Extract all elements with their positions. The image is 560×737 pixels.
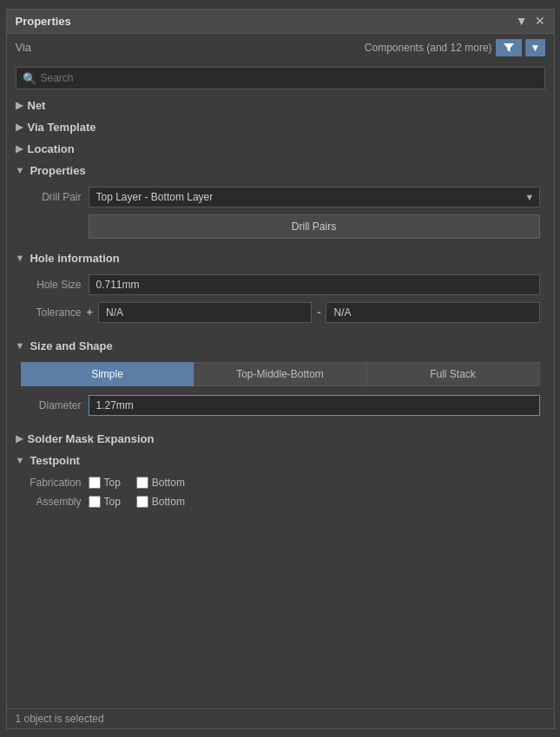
drill-pairs-btn-row: Drill Pairs bbox=[21, 214, 540, 242]
location-label: Location bbox=[28, 142, 75, 155]
solder-mask-label: Solder Mask Expansion bbox=[28, 432, 155, 445]
filter-button[interactable] bbox=[496, 39, 522, 56]
object-type-label: Via bbox=[16, 41, 32, 54]
fabrication-bottom-checkbox[interactable] bbox=[136, 477, 148, 489]
testpoint-arrow-icon: ▼ bbox=[16, 455, 25, 465]
properties-panel: Properties ▼ ✕ Via Components (and 12 mo… bbox=[6, 9, 555, 729]
fabrication-top-checkbox[interactable] bbox=[89, 477, 101, 489]
size-shape-content: Simple Top-Middle-Bottom Full Stack Diam… bbox=[7, 357, 554, 428]
tolerance-label: Tolerance bbox=[21, 306, 82, 319]
assembly-bottom-item: Bottom bbox=[136, 496, 185, 508]
assembly-top-checkbox[interactable] bbox=[89, 496, 101, 508]
header-row: Via Components (and 12 more) ▼ bbox=[7, 34, 554, 62]
hole-info-content: Hole Size Tolerance + - bbox=[7, 269, 554, 335]
assembly-bottom-checkbox[interactable] bbox=[136, 496, 148, 508]
diameter-label: Diameter bbox=[21, 399, 82, 411]
search-wrapper: 🔍 bbox=[16, 67, 545, 89]
minimize-button[interactable]: ▼ bbox=[516, 15, 528, 27]
solder-mask-arrow-icon: ▶ bbox=[16, 433, 23, 444]
status-bar: 1 object is selected bbox=[7, 708, 554, 728]
fabrication-row: Fabrication Top Bottom bbox=[21, 477, 540, 489]
minus-sign: - bbox=[317, 306, 320, 319]
properties-arrow-icon: ▼ bbox=[16, 165, 25, 175]
via-template-arrow-icon: ▶ bbox=[16, 122, 23, 133]
section-testpoint[interactable]: ▼ Testpoint bbox=[7, 450, 554, 471]
drill-pair-select-wrapper: Top Layer - Bottom Layer ▼ bbox=[89, 187, 540, 207]
net-label: Net bbox=[28, 99, 46, 112]
plus-sign: + bbox=[87, 306, 94, 319]
panel-title: Properties bbox=[16, 15, 71, 28]
section-size-shape[interactable]: ▼ Size and Shape bbox=[7, 335, 554, 357]
properties-content: Drill Pair Top Layer - Bottom Layer ▼ Dr… bbox=[7, 181, 554, 247]
assembly-bottom-label: Bottom bbox=[152, 496, 185, 508]
tolerance-minus-input[interactable] bbox=[326, 302, 539, 323]
size-shape-arrow-icon: ▼ bbox=[16, 340, 25, 351]
filter-dropdown-button[interactable]: ▼ bbox=[525, 39, 545, 56]
assembly-top-item: Top bbox=[89, 496, 121, 508]
section-net[interactable]: ▶ Net bbox=[7, 95, 554, 116]
assembly-checkboxes: Top Bottom bbox=[89, 496, 195, 508]
hole-size-input[interactable] bbox=[89, 274, 540, 295]
size-shape-tabs: Simple Top-Middle-Bottom Full Stack bbox=[21, 362, 540, 386]
fabrication-checkboxes: Top Bottom bbox=[89, 477, 195, 489]
section-via-template[interactable]: ▶ Via Template bbox=[7, 116, 554, 138]
assembly-label: Assembly bbox=[21, 496, 82, 508]
fabrication-top-item: Top bbox=[89, 477, 121, 489]
assembly-top-label: Top bbox=[104, 496, 121, 508]
scroll-area[interactable]: ▶ Net ▶ Via Template ▶ Location ▼ Proper… bbox=[7, 95, 554, 708]
tab-top-middle-bottom[interactable]: Top-Middle-Bottom bbox=[194, 362, 366, 386]
properties-label: Properties bbox=[30, 164, 85, 177]
diameter-row: Diameter bbox=[21, 395, 540, 416]
drill-pairs-button[interactable]: Drill Pairs bbox=[89, 214, 540, 239]
section-solder-mask[interactable]: ▶ Solder Mask Expansion bbox=[7, 428, 554, 450]
filter-icon bbox=[503, 42, 515, 54]
section-properties[interactable]: ▼ Properties bbox=[7, 160, 554, 181]
location-arrow-icon: ▶ bbox=[16, 143, 23, 155]
search-input[interactable] bbox=[16, 67, 545, 89]
assembly-row: Assembly Top Bottom bbox=[21, 496, 540, 508]
section-location[interactable]: ▶ Location bbox=[7, 138, 554, 160]
hole-size-label: Hole Size bbox=[21, 279, 82, 291]
fabrication-label: Fabrication bbox=[21, 477, 82, 489]
hole-info-label: Hole information bbox=[30, 252, 119, 265]
search-icon: 🔍 bbox=[23, 71, 36, 84]
fabrication-bottom-label: Bottom bbox=[152, 477, 185, 489]
status-text: 1 object is selected bbox=[16, 713, 104, 725]
net-arrow-icon: ▶ bbox=[16, 100, 23, 111]
tab-simple[interactable]: Simple bbox=[21, 362, 194, 386]
title-bar: Properties ▼ ✕ bbox=[7, 10, 554, 34]
fabrication-bottom-item: Bottom bbox=[136, 477, 185, 489]
components-label: Components (and 12 more) bbox=[365, 42, 492, 54]
tab-full-stack[interactable]: Full Stack bbox=[366, 362, 540, 386]
testpoint-label: Testpoint bbox=[30, 454, 80, 467]
drill-pair-select[interactable]: Top Layer - Bottom Layer bbox=[89, 187, 540, 207]
testpoint-content: Fabrication Top Bottom Assembly bbox=[7, 471, 554, 520]
tolerance-plus-input[interactable] bbox=[98, 302, 312, 323]
diameter-input[interactable] bbox=[89, 395, 540, 416]
tolerance-row: Tolerance + - bbox=[21, 302, 540, 323]
hole-info-arrow-icon: ▼ bbox=[16, 253, 25, 263]
size-shape-label: Size and Shape bbox=[30, 339, 112, 352]
drill-pair-row: Drill Pair Top Layer - Bottom Layer ▼ bbox=[21, 187, 540, 207]
title-bar-controls: ▼ ✕ bbox=[516, 15, 545, 27]
search-row: 🔍 bbox=[7, 62, 554, 95]
close-button[interactable]: ✕ bbox=[535, 15, 545, 27]
fabrication-top-label: Top bbox=[104, 477, 121, 489]
section-hole-info[interactable]: ▼ Hole information bbox=[7, 247, 554, 269]
drill-pair-label: Drill Pair bbox=[21, 191, 82, 203]
via-template-label: Via Template bbox=[28, 121, 96, 134]
hole-size-row: Hole Size bbox=[21, 274, 540, 295]
header-right: Components (and 12 more) ▼ bbox=[365, 39, 545, 56]
